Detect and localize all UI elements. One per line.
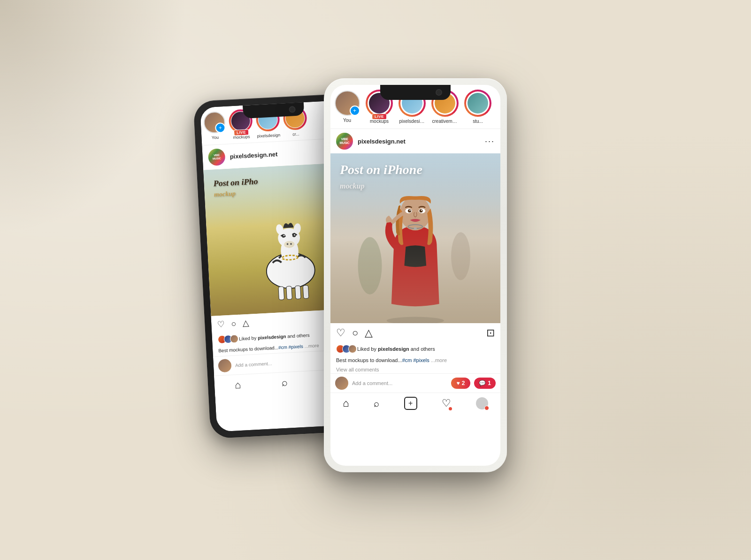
front-post-more[interactable]: ··· — [485, 136, 495, 146]
front-comment-row: Add a comment... ♥2 💬1 — [330, 373, 500, 393]
front-likes-text: Liked by pixelsdesign and others — [357, 346, 435, 352]
front-nav-search-icon[interactable]: ⌕ — [374, 398, 379, 409]
back-vibe-logo: VIBEMUSIC — [208, 148, 226, 166]
back-nav-search[interactable]: ⌕ — [281, 377, 287, 389]
front-mockups-live-badge: LIVE — [372, 114, 387, 120]
front-likes-row: Liked by pixelsdesign and others — [330, 343, 500, 355]
front-bottom-nav: ⌂ ⌕ + ♡ — [330, 393, 500, 414]
front-story-you[interactable]: You — [334, 91, 360, 123]
front-heart-reaction[interactable]: ♥2 — [451, 378, 471, 389]
front-story-stu-label: stu... — [473, 119, 483, 124]
front-nav-heart-icon[interactable]: ♡ — [442, 397, 451, 409]
front-phone: You LIVE mockups — [324, 78, 507, 472]
front-post-image: Post on iPhone mockup — [330, 153, 500, 323]
front-post-username: pixelsdesign.net — [358, 138, 480, 145]
front-story-you-label: You — [343, 118, 351, 123]
front-commenter-avatar — [335, 377, 348, 390]
front-like-icon[interactable]: ♡ — [336, 327, 345, 339]
back-comment-icon[interactable]: ○ — [231, 319, 237, 329]
back-you-avatar — [203, 111, 226, 134]
zebra-svg — [243, 193, 337, 314]
front-view-comments[interactable]: View all comments — [330, 366, 500, 373]
back-share-icon[interactable]: △ — [243, 318, 250, 329]
back-story-you[interactable]: You — [203, 111, 226, 140]
front-nav-profile-icon[interactable] — [476, 397, 488, 409]
back-story-cr-label: cr... — [292, 132, 299, 137]
front-story-pixels-label: pixelsdesign — [399, 119, 425, 124]
front-stu-ring — [464, 90, 491, 117]
back-story-pixels-label: pixelsdesign — [257, 133, 280, 139]
front-nav-home-icon[interactable]: ⌂ — [343, 397, 349, 409]
front-caption: Best mockups to download...#cm #pixels .… — [330, 355, 500, 366]
back-post-subtitle: mockup — [214, 190, 236, 198]
back-story-you-label: You — [212, 135, 219, 140]
back-likes-text: Liked by pixelsdesign and others — [239, 333, 310, 341]
back-likes-avatars — [218, 334, 237, 344]
back-commenter-avatar — [218, 359, 231, 372]
front-woman-scene: Post on iPhone mockup — [330, 153, 500, 323]
front-notif-row: ♥2 💬1 — [451, 378, 496, 389]
front-share-icon[interactable]: △ — [365, 327, 373, 339]
front-story-cm-label: creativemarket — [432, 119, 458, 124]
svg-rect-13 — [278, 287, 284, 300]
phones-container: You LIVE mockups — [164, 69, 587, 491]
shadow-overlay — [0, 0, 188, 235]
back-nav-home[interactable]: ⌂ — [234, 379, 241, 392]
front-phone-notch — [380, 85, 451, 100]
front-nav-add-btn[interactable]: + — [404, 397, 417, 410]
svg-rect-14 — [286, 286, 292, 300]
front-phone-frame: You LIVE mockups — [324, 78, 507, 472]
back-like-icon[interactable]: ♡ — [217, 319, 225, 330]
front-comment-reaction[interactable]: 💬1 — [474, 378, 496, 389]
front-bookmark-icon[interactable]: ⊡ — [486, 327, 495, 339]
ground-overlay — [330, 204, 500, 323]
front-post-actions: ♡ ○ △ ⊡ — [330, 323, 500, 343]
front-you-avatar — [335, 91, 360, 116]
front-post-header: VIBEMUSIC pixelsdesign.net ··· — [330, 129, 500, 153]
front-comment-placeholder[interactable]: Add a comment... — [352, 380, 447, 386]
front-comment-icon[interactable]: ○ — [352, 327, 358, 339]
svg-rect-16 — [303, 285, 309, 299]
svg-rect-15 — [295, 286, 301, 299]
front-stu-avatar — [467, 93, 488, 114]
back-mockups-live-badge: LIVE — [234, 129, 249, 136]
front-likes-avatars — [336, 345, 354, 353]
front-story-stu[interactable]: stu... — [464, 90, 491, 124]
front-phone-screen: You LIVE mockups — [330, 85, 500, 466]
back-comment-placeholder[interactable]: Add a comment... — [235, 357, 337, 368]
front-phone-instagram-ui: You LIVE mockups — [330, 85, 500, 466]
front-vibe-logo: VIBEMUSIC — [336, 133, 353, 150]
back-post-username: pixelsdesign.net — [230, 148, 329, 160]
front-stu-inner — [466, 91, 490, 115]
